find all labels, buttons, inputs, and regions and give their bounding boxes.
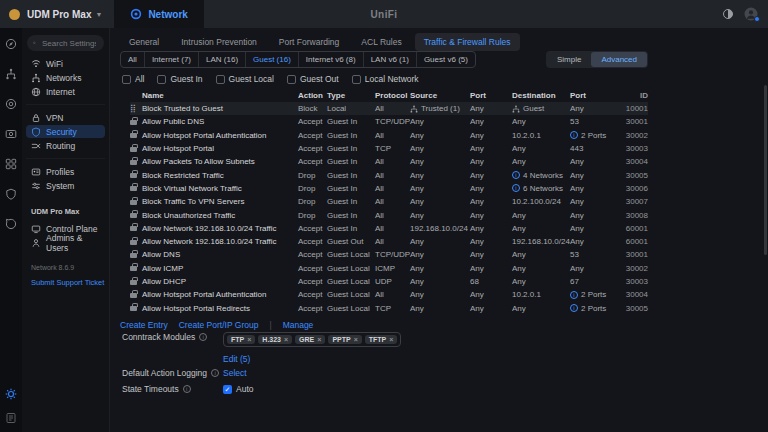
clients-icon[interactable] bbox=[5, 128, 17, 140]
system-log-icon[interactable] bbox=[5, 412, 17, 424]
table-row[interactable]: Allow ICMP Accept Guest Local ICMP Any A… bbox=[130, 262, 648, 275]
tab[interactable]: General bbox=[120, 33, 168, 51]
table-row[interactable]: ⣿ Block Trusted to Guest Block Local All… bbox=[130, 102, 648, 115]
info-icon[interactable] bbox=[570, 291, 578, 299]
sidebar-item-vpn[interactable]: VPN bbox=[26, 111, 105, 124]
type-filter-checkbox[interactable]: Guest Out bbox=[287, 74, 339, 84]
settings-gear-icon[interactable] bbox=[5, 388, 17, 400]
type-filter-checkbox[interactable]: All bbox=[122, 74, 144, 84]
table-row[interactable]: Block Restricted Traffic Drop Guest In A… bbox=[130, 168, 648, 181]
manage-link[interactable]: Manage bbox=[283, 320, 314, 330]
table-row[interactable]: Allow Hotspot Portal Accept Guest In TCP… bbox=[130, 142, 648, 155]
remove-icon[interactable]: × bbox=[247, 336, 251, 343]
sidebar-item-system[interactable]: System bbox=[26, 179, 105, 192]
rule-set-filter-segment[interactable]: Internet (7) bbox=[144, 52, 198, 67]
rule-destination-text: Any bbox=[512, 264, 526, 273]
table-row[interactable]: Block Traffic To VPN Servers Drop Guest … bbox=[130, 195, 648, 208]
theme-toggle-icon[interactable] bbox=[722, 8, 734, 20]
chevron-down-icon[interactable]: ▼ bbox=[95, 11, 102, 18]
conntrack-module-chip[interactable]: GRE × bbox=[295, 335, 325, 344]
conntrack-module-chip[interactable]: TFTP × bbox=[365, 335, 398, 344]
conntrack-module-chip[interactable]: H.323 × bbox=[258, 335, 292, 344]
rule-set-filter-segment[interactable]: Guest (16) bbox=[245, 52, 298, 67]
auto-checkbox-checked[interactable] bbox=[223, 385, 232, 394]
table-row[interactable]: Allow Packets To Allow Subnets Accept Gu… bbox=[130, 155, 648, 168]
table-row[interactable]: Allow Network 192.168.10.0/24 Traffic Ac… bbox=[130, 222, 648, 235]
sidebar-item-profiles[interactable]: Profiles bbox=[26, 165, 105, 178]
type-filter-checkbox[interactable]: Guest In bbox=[157, 74, 202, 84]
rule-set-filter-segment[interactable]: All bbox=[121, 52, 144, 67]
checkbox-icon[interactable] bbox=[157, 75, 166, 84]
advanced-view-button[interactable]: Advanced bbox=[591, 52, 647, 67]
rule-set-filter-segment[interactable]: LAN (16) bbox=[198, 52, 245, 67]
tab[interactable]: Port Forwarding bbox=[270, 33, 348, 51]
info-icon[interactable] bbox=[512, 184, 520, 192]
remove-icon[interactable]: × bbox=[284, 336, 288, 343]
insights-icon[interactable] bbox=[5, 188, 17, 200]
avatar[interactable] bbox=[744, 7, 758, 21]
tab[interactable]: ACL Rules bbox=[352, 33, 410, 51]
sidebar-item-routing[interactable]: Routing bbox=[26, 139, 105, 152]
topology-icon[interactable] bbox=[5, 68, 17, 80]
dashboard-icon[interactable] bbox=[5, 38, 17, 50]
info-icon[interactable] bbox=[183, 385, 191, 393]
conntrack-module-chip[interactable]: PPTP × bbox=[328, 335, 361, 344]
sidebar-item-networks[interactable]: Networks bbox=[26, 71, 105, 84]
rule-protocol: UDP bbox=[375, 277, 410, 286]
checkbox-icon[interactable] bbox=[287, 75, 296, 84]
table-row[interactable]: Allow DNS Accept Guest Local TCP/UDP Any… bbox=[130, 248, 648, 261]
rule-set-filter-segment[interactable]: Guest v6 (5) bbox=[416, 52, 475, 67]
rule-set-filter-segment[interactable]: Internet v6 (8) bbox=[298, 52, 363, 67]
table-row[interactable]: Allow DHCP Accept Guest Local UDP Any 68 bbox=[130, 275, 648, 288]
edit-modules-link[interactable]: Edit (5) bbox=[223, 354, 250, 364]
info-icon[interactable] bbox=[512, 171, 520, 179]
console-name[interactable]: UDM Pro Max bbox=[27, 9, 91, 20]
info-icon[interactable] bbox=[570, 131, 578, 139]
person-icon bbox=[31, 238, 41, 248]
tab[interactable]: Intrusion Prevention bbox=[172, 33, 266, 51]
info-icon[interactable] bbox=[211, 369, 219, 377]
table-row[interactable]: Allow Hotspot Portal Authentication Acce… bbox=[130, 129, 648, 142]
vertical-scrollbar[interactable] bbox=[764, 85, 767, 255]
settings-search[interactable] bbox=[27, 35, 104, 51]
table-row[interactable]: Block Virtual Network Traffic Drop Guest… bbox=[130, 182, 648, 195]
conntrack-module-chip[interactable]: FTP × bbox=[227, 335, 255, 344]
select-logging-link[interactable]: Select bbox=[223, 368, 247, 378]
rule-set-filter-segment[interactable]: LAN v6 (1) bbox=[363, 52, 416, 67]
create-entry-link[interactable]: Create Entry bbox=[120, 320, 168, 330]
remove-icon[interactable]: × bbox=[389, 336, 393, 343]
remove-icon[interactable]: × bbox=[354, 336, 358, 343]
sidebar-item-security[interactable]: Security bbox=[26, 125, 105, 138]
devices-icon[interactable] bbox=[5, 98, 17, 110]
type-filter-checkbox[interactable]: Local Network bbox=[352, 74, 419, 84]
drag-handle-icon[interactable]: ⣿ bbox=[130, 104, 136, 113]
tab[interactable]: Traffic & Firewall Rules bbox=[415, 33, 520, 51]
remove-icon[interactable]: × bbox=[317, 336, 321, 343]
conntrack-modules-input[interactable]: FTP × H.323 × GRE × PPTP bbox=[223, 332, 401, 347]
info-icon[interactable] bbox=[570, 304, 578, 312]
rule-destination-text: Any bbox=[512, 224, 526, 233]
notifications-icon[interactable] bbox=[5, 218, 17, 230]
checkbox-icon[interactable] bbox=[122, 75, 131, 84]
applications-icon[interactable] bbox=[5, 158, 17, 170]
checkbox-icon[interactable] bbox=[216, 75, 225, 84]
info-icon[interactable] bbox=[199, 333, 207, 341]
table-row[interactable]: Allow Hotspot Portal Redirects Accept Gu… bbox=[130, 301, 648, 314]
sidebar-item-internet[interactable]: Internet bbox=[26, 85, 105, 98]
create-port-ip-group-link[interactable]: Create Port/IP Group bbox=[179, 320, 259, 330]
checkbox-icon[interactable] bbox=[352, 75, 361, 84]
table-row[interactable]: Block Unauthorized Traffic Drop Guest In… bbox=[130, 208, 648, 221]
row-handle-cell bbox=[130, 157, 142, 167]
simple-view-button[interactable]: Simple bbox=[547, 52, 591, 67]
sidebar-item-admins-users[interactable]: Admins & Users bbox=[26, 236, 105, 249]
submit-support-ticket-link[interactable]: Submit Support Ticket bbox=[22, 278, 109, 287]
network-app-tab[interactable]: Network bbox=[114, 0, 203, 28]
search-input[interactable] bbox=[40, 38, 98, 49]
label-text: State Timeouts bbox=[122, 384, 179, 394]
table-row[interactable]: Allow Hotspot Portal Authentication Acce… bbox=[130, 288, 648, 301]
type-filter-checkbox[interactable]: Guest Local bbox=[216, 74, 274, 84]
table-row[interactable]: Allow Public DNS Accept Guest In TCP/UDP… bbox=[130, 115, 648, 128]
sidebar-item-wifi[interactable]: WiFi bbox=[26, 57, 105, 70]
unifi-console-logo-icon[interactable] bbox=[9, 9, 20, 20]
table-row[interactable]: Allow Network 192.168.10.0/24 Traffic Ac… bbox=[130, 235, 648, 248]
